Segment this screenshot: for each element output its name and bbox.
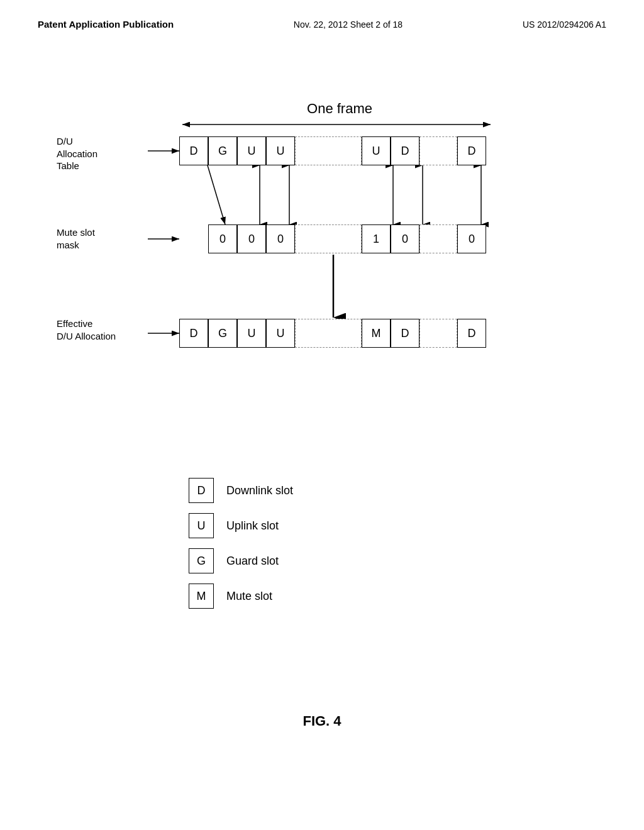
eff-G1: G	[208, 319, 237, 348]
mute-0-4: 0	[391, 224, 419, 253]
header-center: Nov. 22, 2012 Sheet 2 of 18	[294, 19, 402, 30]
legend-item-M: M Mute slot	[189, 584, 440, 609]
header-left: Patent Application Publication	[38, 19, 174, 30]
mute-gap1	[295, 224, 362, 253]
eff-D1: D	[179, 319, 208, 348]
mute-0-2: 0	[237, 224, 266, 253]
legend-label-M: Mute slot	[226, 590, 272, 603]
slot-gap1	[295, 136, 362, 165]
legend-area: D Downlink slot U Uplink slot G Guard sl…	[189, 478, 440, 619]
mute-gap2	[419, 224, 457, 253]
slot-D3: D	[457, 136, 486, 165]
slot-G1: G	[208, 136, 237, 165]
legend-box-D: D	[189, 478, 214, 503]
eff-D2: D	[391, 319, 419, 348]
header-right: US 2012/0294206 A1	[523, 19, 606, 30]
mute-0-3: 0	[266, 224, 295, 253]
slot-D1: D	[179, 136, 208, 165]
eff-M1: M	[362, 319, 391, 348]
mute-label: Mute slotmask	[57, 226, 148, 251]
svg-line-8	[208, 165, 225, 224]
eff-D3: D	[457, 319, 486, 348]
slot-D2: D	[391, 136, 419, 165]
page-header: Patent Application Publication Nov. 22, …	[0, 0, 644, 30]
legend-label-U: Uplink slot	[226, 519, 279, 533]
legend-box-U: U	[189, 513, 214, 538]
effective-label: EffectiveD/U Allocation	[57, 318, 148, 342]
eff-U1: U	[237, 319, 266, 348]
legend-label-D: Downlink slot	[226, 484, 293, 497]
diagram-area: One frame	[50, 101, 591, 465]
legend-item-G: G Guard slot	[189, 548, 440, 573]
slot-U1: U	[237, 136, 266, 165]
slot-gap2	[419, 136, 457, 165]
slot-U2: U	[266, 136, 295, 165]
mute-0-5: 0	[457, 224, 486, 253]
slot-U3: U	[362, 136, 391, 165]
legend-box-G: G	[189, 548, 214, 573]
legend-item-U: U Uplink slot	[189, 513, 440, 538]
eff-U2: U	[266, 319, 295, 348]
allocation-label: D/UAllocationTable	[57, 135, 148, 172]
one-frame-label: One frame	[214, 101, 465, 117]
eff-gap1	[295, 319, 362, 348]
legend-label-G: Guard slot	[226, 555, 279, 568]
legend-item-D: D Downlink slot	[189, 478, 440, 503]
legend-box-M: M	[189, 584, 214, 609]
mute-1: 1	[362, 224, 391, 253]
fig-label: FIG. 4	[0, 713, 644, 729]
eff-gap2	[419, 319, 457, 348]
mute-0-1: 0	[208, 224, 237, 253]
